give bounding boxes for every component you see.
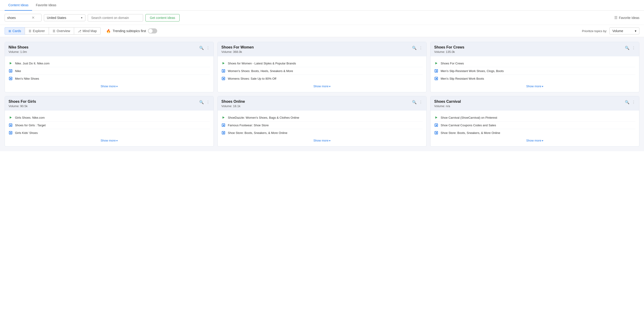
more-options-icon[interactable]: ⋮: [632, 46, 636, 50]
more-options-icon[interactable]: ⋮: [419, 46, 423, 50]
card-actions: 🔍 ⋮: [625, 46, 636, 50]
get-content-ideas-button[interactable]: Get content ideas: [146, 14, 180, 22]
mindmap-tab-label: Mind Map: [83, 29, 97, 33]
card-item: Shoes for Girls : Target: [8, 122, 210, 129]
search-icon[interactable]: 🔍: [412, 100, 417, 104]
card-item: Shoes for Women - Latest Styles & Popula…: [221, 60, 423, 67]
card-0: Nike Shoes Volume: 1.0m 🔍 ⋮ Nike. Just D…: [4, 42, 214, 92]
card-volume: Volume: 135.0k: [434, 50, 625, 54]
blue-box-icon: [8, 76, 13, 80]
favorite-ideas-label: Favorite Ideas: [619, 16, 640, 20]
search-icon[interactable]: 🔍: [625, 100, 630, 104]
show-more-chevron-icon: ▾: [116, 139, 118, 142]
country-dropdown[interactable]: United States ▾: [44, 14, 86, 21]
show-more-chevron-icon: ▾: [542, 85, 543, 88]
show-more-chevron-icon: ▾: [542, 139, 543, 142]
explorer-tab-label: Explorer: [33, 29, 45, 33]
view-row: ⊞ Cards ☰ Explorer ☰ Overview ⎇ Mind Map…: [0, 25, 644, 37]
cards-tab-icon: ⊞: [8, 29, 11, 33]
card-item: Shoes For Crews: [434, 60, 636, 67]
card-title: Shoes For Crews: [434, 45, 625, 50]
card-volume: Volume: 1.0m: [8, 50, 199, 54]
card-title: Shoes For Women: [221, 45, 412, 50]
card-2: Shoes For Crews Volume: 135.0k 🔍 ⋮ Shoes…: [430, 42, 640, 92]
card-body: Shoe Carnival (ShoeCarnival) on Pinteres…: [430, 110, 639, 146]
show-more-button[interactable]: Show more▾: [221, 136, 423, 143]
trending-section: 🔥 Trending subtopics first: [106, 28, 157, 34]
tab-explorer[interactable]: ☰ Explorer: [25, 27, 48, 35]
search-icon[interactable]: 🔍: [199, 100, 204, 104]
card-item: Girls Shoes. Nike.com: [8, 114, 210, 122]
blue-box-icon: [8, 131, 13, 135]
more-options-icon[interactable]: ⋮: [632, 100, 636, 104]
cards-tab-label: Cards: [12, 29, 21, 33]
card-item-text: Nike: [15, 69, 21, 73]
cards-grid: Nike Shoes Volume: 1.0m 🔍 ⋮ Nike. Just D…: [0, 37, 644, 151]
card-actions: 🔍 ⋮: [412, 100, 423, 104]
green-arrow-icon: [221, 116, 226, 120]
more-options-icon[interactable]: ⋮: [206, 46, 210, 50]
blue-box-icon: [221, 69, 226, 73]
card-item-text: Shoe Store: Boots, Sneakers, & More Onli…: [441, 131, 500, 134]
card-item: Women's Shoes: Boots, Heels, Sneakers & …: [221, 67, 423, 75]
card-volume: Volume: 368.0k: [221, 50, 412, 54]
card-item-text: Famous Footwear: Shoe Store: [228, 124, 269, 127]
card-item-text: Womens Shoes: Sale Up to 80% Off: [228, 77, 276, 80]
tab-cards[interactable]: ⊞ Cards: [4, 27, 25, 35]
card-item-text: Girls Shoes. Nike.com: [15, 116, 45, 119]
tab-favorite-ideas[interactable]: Favorite Ideas: [32, 0, 60, 10]
card-item: ShoeDazzle: Women's Shoes, Bags & Clothe…: [221, 114, 423, 122]
show-more-button[interactable]: Show more▾: [434, 136, 636, 143]
card-title: Shoes For Girls: [8, 100, 199, 104]
card-item-text: Shoes for Girls : Target: [15, 124, 46, 127]
keyword-input[interactable]: [7, 16, 30, 20]
card-item: Nike. Just Do It. Nike.com: [8, 60, 210, 67]
green-arrow-icon: [221, 61, 226, 65]
tab-overview[interactable]: ☰ Overview: [49, 27, 74, 35]
show-more-button[interactable]: Show more▾: [8, 136, 210, 143]
card-volume: Volume: n/a: [434, 104, 625, 108]
card-title: Nike Shoes: [8, 45, 199, 50]
card-body: Shoes For Crews Men's Slip-Resistant Wor…: [430, 56, 639, 92]
blue-box-icon: [221, 123, 226, 127]
more-options-icon[interactable]: ⋮: [206, 100, 210, 104]
show-more-button[interactable]: Show more▾: [8, 82, 210, 89]
tab-mindmap[interactable]: ⎇ Mind Map: [74, 27, 101, 35]
green-arrow-icon: [8, 116, 13, 120]
card-volume: Volume: 90.5k: [8, 104, 199, 108]
clear-keyword-icon[interactable]: ✕: [32, 16, 34, 20]
card-item-text: Shoes For Crews: [441, 62, 464, 65]
toolbar: ✕ United States ▾ Get content ideas ☰ Fa…: [0, 10, 644, 25]
tab-content-ideas[interactable]: Content Ideas: [4, 0, 32, 10]
card-item: Shoe Carnival Coupons Codes and Sales: [434, 122, 636, 129]
domain-search-input[interactable]: [88, 14, 143, 22]
blue-box-icon: [434, 69, 438, 73]
search-icon[interactable]: 🔍: [199, 46, 204, 50]
favorite-ideas-link[interactable]: ☰ Favorite Ideas: [614, 16, 640, 20]
show-more-button[interactable]: Show more▾: [434, 82, 636, 89]
volume-select-dropdown[interactable]: Volume ▾: [610, 28, 640, 34]
keyword-search-box[interactable]: ✕: [4, 14, 42, 22]
more-options-icon[interactable]: ⋮: [419, 100, 423, 104]
card-item-text: Shoes for Women - Latest Styles & Popula…: [228, 62, 296, 65]
mindmap-tab-icon: ⎇: [78, 29, 81, 33]
card-body: ShoeDazzle: Women's Shoes, Bags & Clothe…: [218, 110, 426, 146]
card-body: Girls Shoes. Nike.com Shoes for Girls : …: [5, 110, 214, 146]
card-item: Famous Footwear: Shoe Store: [221, 122, 423, 129]
card-actions: 🔍 ⋮: [199, 46, 210, 50]
volume-chevron-icon: ▾: [635, 29, 636, 33]
trending-toggle[interactable]: [148, 28, 157, 34]
card-body: Nike. Just Do It. Nike.com Nike Men's Ni…: [5, 56, 214, 92]
search-icon[interactable]: 🔍: [412, 46, 417, 50]
card-title-block: Shoes For Women Volume: 368.0k: [221, 45, 412, 54]
card-title-block: Shoes Online Volume: 18.1k: [221, 100, 412, 108]
show-more-button[interactable]: Show more▾: [221, 82, 423, 89]
card-header: Shoes Carnival Volume: n/a 🔍 ⋮: [430, 96, 639, 110]
card-item: Womens Shoes: Sale Up to 80% Off: [221, 75, 423, 82]
card-item-text: Shoe Carnival (ShoeCarnival) on Pinteres…: [441, 116, 497, 119]
card-item-text: Men's Slip Resistant Work Boots: [441, 77, 484, 80]
blue-box-icon: [434, 131, 438, 135]
search-icon[interactable]: 🔍: [625, 46, 630, 50]
flame-icon: 🔥: [106, 29, 111, 33]
card-header: Shoes For Crews Volume: 135.0k 🔍 ⋮: [430, 42, 639, 56]
